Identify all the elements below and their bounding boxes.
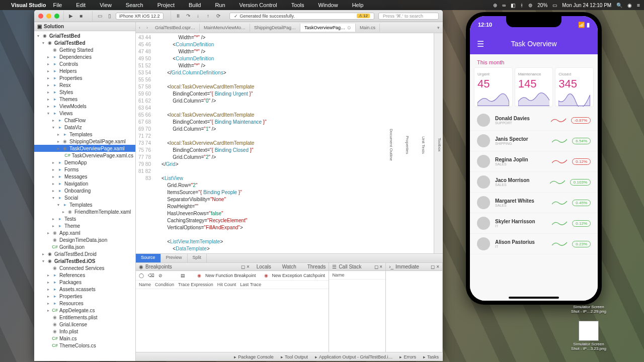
tree-item[interactable]: ▸▸ Assets.xcassets [34,286,135,293]
minimize-icon[interactable] [46,14,51,19]
tree-item[interactable]: ▸▸ Packages [34,279,135,286]
spotlight-icon[interactable]: 🔍 [616,3,622,8]
solution-header[interactable]: ▣ Solution [34,22,135,31]
restart-icon[interactable]: ⟳ [214,12,222,20]
global-search[interactable]: Press '⌘.' to search [378,13,439,20]
clock[interactable]: Mon Jun 24 12:10 PM [562,3,611,8]
tree-item[interactable]: ◉ Connected Services [34,264,135,272]
tree-item[interactable]: ▸▸ Theme [34,222,135,229]
view-tab-split[interactable]: Split [188,254,207,262]
zoom-icon[interactable] [54,14,59,19]
nav-back-icon[interactable]: ‹ [136,25,143,30]
tree-item[interactable]: ▸▸ References [34,272,135,279]
tree-item[interactable]: ▾◉ GrialTestBed [34,32,135,39]
tree-item[interactable]: ◉ Entitlements.plist [34,314,135,321]
person-row[interactable]: Alison PastoriusIT 0.23% [470,234,598,254]
person-row[interactable]: Margaret WhitesSALES 0.45% [470,193,598,213]
tree-item[interactable]: ▸C# AppDelegate.cs [34,307,135,314]
tree-item[interactable]: ▸◉ FriendItemTemplate.xaml [34,208,135,215]
step-in-icon[interactable]: ↓ [194,12,202,20]
editor-tab[interactable]: TaskOverviewPag… ⊙ [300,24,356,32]
tree-item[interactable]: ▸▸ Forms [34,166,135,173]
tree-item[interactable]: ◉ Getting Started [34,46,135,53]
new-func-bp[interactable]: New Function Breakpoint [205,273,256,278]
nav-fwd-icon[interactable]: › [143,25,151,30]
tree-item[interactable]: ▸◉ TaskOverviewPage.xaml [34,145,135,152]
tree-item[interactable]: ▾◉ GrialTestBed.iOS [34,257,135,264]
tree-item[interactable]: ▾▸ DataViz [34,124,135,131]
tree-item[interactable]: ▸▸ Navigation [34,180,135,187]
tree-item[interactable]: ▾▸ Templates [34,201,135,208]
menu-search[interactable]: Search [126,2,143,8]
sb-tool[interactable]: ▸Tool Output [281,354,308,359]
tree-item[interactable]: ▸▸ ChatFlow [34,117,135,124]
close-icon[interactable] [38,14,43,19]
tree-item[interactable]: C# Main.cs [34,335,135,342]
editor-tab[interactable]: Main.cs [356,24,380,32]
rail-document-outline[interactable]: Document Outline [387,129,394,161]
bp-toggle-icon[interactable]: ◯ [139,273,144,278]
menu-view[interactable]: View [100,2,112,8]
overview-card[interactable]: Urgent 45 [474,67,513,107]
sim-content[interactable]: This month Urgent 45 Maintenance 145 Clo… [470,54,598,301]
menu-file[interactable]: File [53,2,62,8]
notif-center-icon[interactable]: ≡ [637,3,640,8]
sb-application[interactable]: ▸Application Output - GrialTestBed.i… [315,354,393,359]
sb-tasks[interactable]: ▸Tasks [423,354,439,359]
bp-delete-icon[interactable]: ⌫ [148,273,154,278]
menu-window[interactable]: Window [318,2,338,8]
panel-threads[interactable]: Threads [307,264,326,269]
bp-disable-icon[interactable]: ⊘ [158,273,163,278]
tree-item[interactable]: ▸▸ Helpers [34,67,135,74]
tree-item[interactable]: ◉ Grial.license [34,321,135,328]
tree-item[interactable]: ◉ Info.plist [34,328,135,335]
pause-button[interactable]: ⏸ [174,12,182,20]
tree-item[interactable]: ▸▸ Properties [34,74,135,81]
tree-item[interactable]: ▸◉ ShippingDetailPage.xaml [34,138,135,145]
person-row[interactable]: Donald DaviesSUPPORT -0.87% [470,110,598,131]
battery-pct[interactable]: 20% [537,3,547,8]
tree-item[interactable]: ▸▸ Properties [34,293,135,300]
person-row[interactable]: Skyler HarrissonIT 0.12% [470,213,598,234]
tree-item[interactable]: ▸▸ Resx [34,81,135,88]
person-row[interactable]: Janis SpectorSHIPPING 6.54% [470,131,598,151]
menu-tools[interactable]: Tools [291,2,304,8]
run-button[interactable]: ▶ [67,12,75,20]
editor-tab[interactable]: MainMenuViewMo… [200,24,250,32]
tree-item[interactable]: ▾▸ Social [34,194,135,201]
wifi-icon[interactable]: ⊚ [528,3,532,8]
hamburger-icon[interactable]: ☰ [477,39,484,49]
overview-card[interactable]: Closed 345 [555,67,594,107]
tree-item[interactable]: ▸▸ DemoApp [34,159,135,166]
tree-item[interactable]: ▸▸ Themes [34,96,135,103]
tree-item[interactable]: ◉ DesignTimeData.json [34,236,135,243]
tree-item[interactable]: ▾▸ Views [34,110,135,117]
tree-item[interactable]: ▸▸ Resources [34,300,135,307]
tree-item[interactable]: ▸◉ GrialTestBed.Droid [34,250,135,257]
menu-help[interactable]: Help [352,2,364,8]
menuextra-icon[interactable]: ∞ [502,3,506,8]
editor-tab[interactable]: ShippingDetailPag… [250,24,300,32]
menuextra-icon[interactable]: ⊕ [493,3,497,8]
tree-item[interactable]: ▾◉ GrialTestBed [34,39,135,46]
person-row[interactable]: Regina JoplinSALES 0.12% [470,151,598,172]
tree-item[interactable]: ▸◉ App.xaml [34,229,135,236]
view-tab-source[interactable]: Source [136,254,161,262]
overview-card[interactable]: Maintenance 145 [515,67,553,107]
menuextra-icon[interactable]: ◧ [511,3,515,8]
stop-button[interactable]: ■ [77,12,85,20]
tree-item[interactable]: ▸▸ Styles [34,88,135,96]
desktop-screenshot[interactable]: Simulator Screen Shot - iP…3.23.png [569,321,609,351]
solution-tree[interactable]: ▾◉ GrialTestBed ▾◉ GrialTestBed ◉ Gettin… [34,31,135,361]
tree-item[interactable]: C# TaskOverviewPage.xaml.cs [34,152,135,159]
tree-item[interactable]: ▸▸ Templates [34,131,135,138]
panel-callstack[interactable]: Call Stack [339,264,361,269]
menu-build[interactable]: Build [189,2,201,8]
rail-unit-tests[interactable]: Unit Tests [420,136,427,154]
rail-properties[interactable]: Properties [404,136,411,154]
sb-errors[interactable]: ▸Errors [399,354,416,359]
step-over-icon[interactable]: ↷ [184,12,192,20]
panel-breakpoints[interactable]: Breakpoints [145,264,172,269]
siri-icon[interactable]: ◉ [627,3,632,8]
person-row[interactable]: Jaco MorrisonSALES 0.103% [470,172,598,193]
